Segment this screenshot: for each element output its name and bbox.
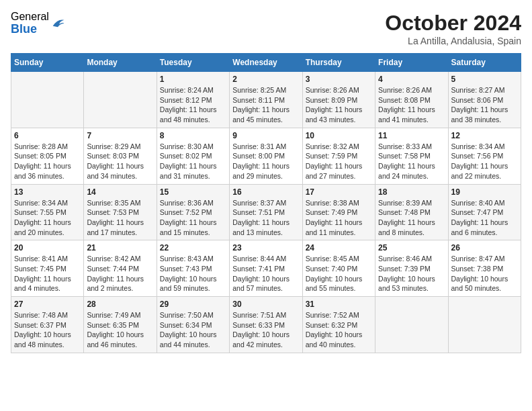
day-content: Sunrise: 7:49 AMSunset: 6:35 PMDaylight:… [87, 310, 153, 350]
calendar-cell: 13Sunrise: 8:34 AMSunset: 7:55 PMDayligh… [11, 184, 84, 240]
day-number: 12 [451, 131, 518, 140]
day-number: 4 [378, 75, 445, 84]
day-content: Sunrise: 7:51 AMSunset: 6:33 PMDaylight:… [232, 310, 299, 350]
calendar-cell [448, 297, 521, 353]
day-number: 26 [451, 243, 518, 253]
day-content: Sunrise: 7:50 AMSunset: 6:34 PMDaylight:… [160, 310, 226, 350]
calendar-cell: 11Sunrise: 8:33 AMSunset: 7:58 PMDayligh… [375, 128, 448, 184]
calendar-week-row: 1Sunrise: 8:24 AMSunset: 8:12 PMDaylight… [11, 72, 521, 128]
day-content: Sunrise: 8:35 AMSunset: 7:53 PMDaylight:… [87, 198, 153, 238]
day-content: Sunrise: 8:41 AMSunset: 7:45 PMDaylight:… [14, 254, 81, 293]
day-content: Sunrise: 8:24 AMSunset: 8:12 PMDaylight:… [160, 85, 226, 125]
title-block: October 2024 La Antilla, Andalusia, Spai… [385, 11, 521, 46]
calendar-week-row: 13Sunrise: 8:34 AMSunset: 7:55 PMDayligh… [11, 184, 521, 240]
day-content: Sunrise: 8:25 AMSunset: 8:11 PMDaylight:… [232, 85, 299, 125]
calendar-cell: 12Sunrise: 8:34 AMSunset: 7:56 PMDayligh… [448, 128, 521, 184]
calendar-header-row: SundayMondayTuesdayWednesdayThursdayFrid… [11, 54, 521, 72]
day-number: 19 [451, 187, 518, 197]
calendar-cell: 1Sunrise: 8:24 AMSunset: 8:12 PMDaylight… [157, 72, 229, 128]
day-content: Sunrise: 8:43 AMSunset: 7:43 PMDaylight:… [160, 254, 226, 293]
day-content: Sunrise: 8:34 AMSunset: 7:56 PMDaylight:… [451, 142, 518, 181]
month-title: October 2024 [385, 11, 521, 36]
calendar-cell: 4Sunrise: 8:26 AMSunset: 8:08 PMDaylight… [375, 72, 448, 128]
calendar-cell: 23Sunrise: 8:44 AMSunset: 7:41 PMDayligh… [230, 240, 302, 297]
day-content: Sunrise: 8:26 AMSunset: 8:08 PMDaylight:… [378, 85, 445, 125]
day-number: 28 [87, 300, 153, 309]
day-number: 13 [14, 187, 81, 197]
day-content: Sunrise: 8:29 AMSunset: 8:03 PMDaylight:… [87, 142, 153, 181]
calendar-cell: 17Sunrise: 8:38 AMSunset: 7:49 PMDayligh… [302, 184, 375, 240]
calendar-cell: 16Sunrise: 8:37 AMSunset: 7:51 PMDayligh… [230, 184, 302, 240]
calendar-week-row: 27Sunrise: 7:48 AMSunset: 6:37 PMDayligh… [11, 297, 521, 353]
calendar-cell: 27Sunrise: 7:48 AMSunset: 6:37 PMDayligh… [11, 297, 84, 353]
day-content: Sunrise: 7:52 AMSunset: 6:32 PMDaylight:… [306, 310, 372, 350]
day-number: 21 [87, 243, 153, 253]
calendar-cell: 9Sunrise: 8:31 AMSunset: 8:00 PMDaylight… [230, 128, 302, 184]
day-content: Sunrise: 8:30 AMSunset: 8:02 PMDaylight:… [160, 142, 226, 181]
calendar-cell: 26Sunrise: 8:47 AMSunset: 7:38 PMDayligh… [448, 240, 521, 297]
day-number: 23 [232, 243, 299, 253]
calendar-cell: 14Sunrise: 8:35 AMSunset: 7:53 PMDayligh… [84, 184, 157, 240]
day-content: Sunrise: 8:45 AMSunset: 7:40 PMDaylight:… [306, 254, 372, 293]
day-content: Sunrise: 8:32 AMSunset: 7:59 PMDaylight:… [306, 142, 372, 181]
day-number: 20 [14, 243, 81, 253]
header-saturday: Saturday [448, 54, 521, 72]
calendar-cell: 19Sunrise: 8:40 AMSunset: 7:47 PMDayligh… [448, 184, 521, 240]
calendar-cell: 31Sunrise: 7:52 AMSunset: 6:32 PMDayligh… [302, 297, 375, 353]
day-content: Sunrise: 8:27 AMSunset: 8:06 PMDaylight:… [451, 85, 518, 125]
day-number: 1 [160, 75, 226, 84]
logo-blue-text: Blue [11, 23, 49, 36]
day-number: 5 [451, 75, 518, 84]
header-tuesday: Tuesday [157, 54, 229, 72]
logo-general-text: General [11, 11, 49, 23]
logo-bird-icon [50, 16, 65, 31]
day-content: Sunrise: 8:37 AMSunset: 7:51 PMDaylight:… [232, 198, 299, 238]
page-header: General Blue October 2024 La Antilla, An… [11, 11, 521, 46]
day-content: Sunrise: 8:34 AMSunset: 7:55 PMDaylight:… [14, 198, 81, 238]
calendar-cell: 15Sunrise: 8:36 AMSunset: 7:52 PMDayligh… [157, 184, 229, 240]
calendar-cell: 6Sunrise: 8:28 AMSunset: 8:05 PMDaylight… [11, 128, 84, 184]
day-content: Sunrise: 8:46 AMSunset: 7:39 PMDaylight:… [378, 254, 445, 293]
header-monday: Monday [84, 54, 157, 72]
day-number: 15 [160, 187, 226, 197]
day-number: 17 [306, 187, 372, 197]
day-number: 7 [87, 131, 153, 140]
calendar-cell: 18Sunrise: 8:39 AMSunset: 7:48 PMDayligh… [375, 184, 448, 240]
day-content: Sunrise: 8:26 AMSunset: 8:09 PMDaylight:… [306, 85, 372, 125]
day-content: Sunrise: 8:47 AMSunset: 7:38 PMDaylight:… [451, 254, 518, 293]
header-friday: Friday [375, 54, 448, 72]
day-content: Sunrise: 8:33 AMSunset: 7:58 PMDaylight:… [378, 142, 445, 181]
calendar-cell: 21Sunrise: 8:42 AMSunset: 7:44 PMDayligh… [84, 240, 157, 297]
day-content: Sunrise: 8:38 AMSunset: 7:49 PMDaylight:… [306, 198, 372, 238]
day-content: Sunrise: 8:40 AMSunset: 7:47 PMDaylight:… [451, 198, 518, 238]
calendar-cell: 20Sunrise: 8:41 AMSunset: 7:45 PMDayligh… [11, 240, 84, 297]
calendar-cell: 25Sunrise: 8:46 AMSunset: 7:39 PMDayligh… [375, 240, 448, 297]
header-wednesday: Wednesday [230, 54, 302, 72]
calendar-cell [375, 297, 448, 353]
calendar-cell: 5Sunrise: 8:27 AMSunset: 8:06 PMDaylight… [448, 72, 521, 128]
day-number: 27 [14, 300, 81, 309]
calendar-cell: 3Sunrise: 8:26 AMSunset: 8:09 PMDaylight… [302, 72, 375, 128]
calendar-cell: 30Sunrise: 7:51 AMSunset: 6:33 PMDayligh… [230, 297, 302, 353]
calendar-week-row: 6Sunrise: 8:28 AMSunset: 8:05 PMDaylight… [11, 128, 521, 184]
calendar-cell: 29Sunrise: 7:50 AMSunset: 6:34 PMDayligh… [157, 297, 229, 353]
calendar-cell: 10Sunrise: 8:32 AMSunset: 7:59 PMDayligh… [302, 128, 375, 184]
day-number: 11 [378, 131, 445, 140]
calendar-cell: 8Sunrise: 8:30 AMSunset: 8:02 PMDaylight… [157, 128, 229, 184]
day-content: Sunrise: 8:39 AMSunset: 7:48 PMDaylight:… [378, 198, 445, 238]
day-number: 18 [378, 187, 445, 197]
day-content: Sunrise: 8:44 AMSunset: 7:41 PMDaylight:… [232, 254, 299, 293]
header-sunday: Sunday [11, 54, 84, 72]
day-number: 24 [306, 243, 372, 253]
day-number: 2 [232, 75, 299, 84]
calendar-cell: 7Sunrise: 8:29 AMSunset: 8:03 PMDaylight… [84, 128, 157, 184]
day-number: 8 [160, 131, 226, 140]
calendar-cell [84, 72, 157, 128]
day-number: 3 [306, 75, 372, 84]
calendar-cell: 22Sunrise: 8:43 AMSunset: 7:43 PMDayligh… [157, 240, 229, 297]
logo: General Blue [11, 11, 65, 36]
calendar-cell: 28Sunrise: 7:49 AMSunset: 6:35 PMDayligh… [84, 297, 157, 353]
day-number: 30 [232, 300, 299, 309]
calendar-cell [11, 72, 84, 128]
day-number: 22 [160, 243, 226, 253]
